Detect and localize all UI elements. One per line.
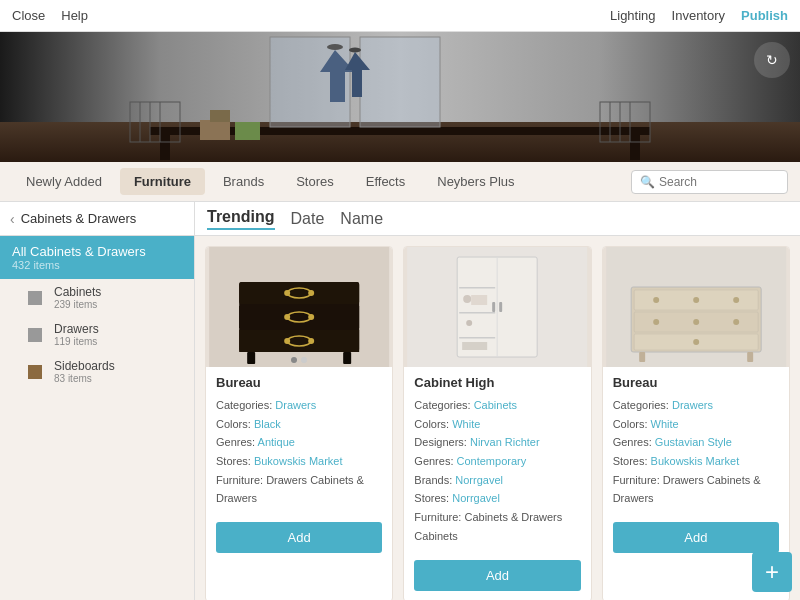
color-link[interactable]: White <box>651 418 679 430</box>
svg-point-31 <box>308 338 314 344</box>
sort-date[interactable]: Date <box>291 210 325 228</box>
drawers-label: Drawers <box>54 322 99 336</box>
genre-link[interactable]: Gustavian Style <box>655 436 732 448</box>
genre-link[interactable]: Antique <box>258 436 295 448</box>
svg-rect-20 <box>239 282 359 304</box>
sort-name[interactable]: Name <box>340 210 383 228</box>
product-dots <box>206 357 392 363</box>
main-area: All Cabinets & Drawers 432 items Cabinet… <box>0 236 800 600</box>
tab-newly-added[interactable]: Newly Added <box>12 168 116 195</box>
tab-furniture[interactable]: Furniture <box>120 168 205 195</box>
color-link[interactable]: White <box>452 418 480 430</box>
svg-point-54 <box>653 297 659 303</box>
svg-point-28 <box>308 314 314 320</box>
svg-point-25 <box>308 290 314 296</box>
svg-rect-44 <box>492 302 495 312</box>
svg-point-42 <box>466 320 472 326</box>
store-link[interactable]: Bukowskis Market <box>651 455 740 467</box>
tab-brands[interactable]: Brands <box>209 168 278 195</box>
sidebar-item-cabinets[interactable]: Cabinets 239 items <box>0 279 194 316</box>
cat-link[interactable]: Cabinets <box>474 399 517 411</box>
top-bar-right: Lighting Inventory Publish <box>610 8 788 23</box>
add-button-bureau-dark[interactable]: Add <box>216 522 382 553</box>
svg-rect-43 <box>462 342 487 350</box>
search-input[interactable] <box>659 175 779 189</box>
tab-stores[interactable]: Stores <box>282 168 348 195</box>
product-grid: Bureau Categories: Drawers Colors: Black… <box>195 236 800 600</box>
top-bar: Close Help Lighting Inventory Publish <box>0 0 800 32</box>
product-image-bureau-light <box>603 247 789 367</box>
dot-2 <box>301 357 307 363</box>
tab-effects[interactable]: Effects <box>352 168 420 195</box>
product-title: Cabinet High <box>414 375 580 390</box>
svg-rect-45 <box>499 302 502 312</box>
search-box: 🔍 <box>631 170 788 194</box>
product-card-cabinet-high: Cabinet High Categories: Cabinets Colors… <box>403 246 591 600</box>
dot-1 <box>291 357 297 363</box>
product-info-bureau-dark: Bureau Categories: Drawers Colors: Black… <box>206 367 392 516</box>
svg-rect-22 <box>239 330 359 352</box>
product-info-cabinet-high: Cabinet High Categories: Cabinets Colors… <box>404 367 590 554</box>
store-link[interactable]: Norrgavel <box>452 492 500 504</box>
top-bar-left: Close Help <box>12 8 88 23</box>
tab-bar: Newly Added Furniture Brands Stores Effe… <box>0 162 800 202</box>
svg-point-40 <box>463 295 471 303</box>
product-meta: Categories: Cabinets Colors: White Desig… <box>414 396 580 546</box>
svg-rect-39 <box>459 337 495 339</box>
sidebar-item-all[interactable]: All Cabinets & Drawers 432 items <box>0 236 194 279</box>
product-image-cabinet-high <box>404 247 590 367</box>
cabinets-icon <box>28 291 42 305</box>
add-button-bureau-light[interactable]: Add <box>613 522 779 553</box>
genre-link[interactable]: Contemporary <box>457 455 527 467</box>
close-button[interactable]: Close <box>12 8 45 23</box>
svg-point-56 <box>653 319 659 325</box>
store-link[interactable]: Bukowskis Market <box>254 455 343 467</box>
sidebar-item-all-label: All Cabinets & Drawers <box>12 244 182 259</box>
add-button-cabinet-high[interactable]: Add <box>414 560 580 591</box>
hero-wall <box>0 32 800 122</box>
cat-link[interactable]: Drawers <box>672 399 713 411</box>
publish-nav[interactable]: Publish <box>741 8 788 23</box>
product-card-bureau-light: Bureau Categories: Drawers Colors: White… <box>602 246 790 600</box>
product-image-bureau-dark <box>206 247 392 367</box>
svg-rect-38 <box>459 312 495 314</box>
sidebar-item-sideboards[interactable]: Sideboards 83 items <box>0 353 194 390</box>
svg-point-51 <box>693 297 699 303</box>
sort-trending[interactable]: Trending <box>207 208 275 230</box>
cabinets-label: Cabinets <box>54 285 101 299</box>
sidebar-item-drawers[interactable]: Drawers 119 items <box>0 316 194 353</box>
product-meta: Categories: Drawers Colors: Black Genres… <box>216 396 382 508</box>
svg-rect-58 <box>639 352 645 362</box>
help-button[interactable]: Help <box>61 8 88 23</box>
svg-rect-59 <box>747 352 753 362</box>
inventory-nav[interactable]: Inventory <box>672 8 725 23</box>
product-meta: Categories: Drawers Colors: White Genres… <box>613 396 779 508</box>
drawers-count: 119 items <box>54 336 99 347</box>
cabinets-count: 239 items <box>54 299 101 310</box>
designer-link[interactable]: Nirvan Richter <box>470 436 540 448</box>
sidebar-item-all-count: 432 items <box>12 259 182 271</box>
svg-point-30 <box>284 338 290 344</box>
svg-point-53 <box>693 339 699 345</box>
lighting-nav[interactable]: Lighting <box>610 8 656 23</box>
tab-neybers-plus[interactable]: Neybers Plus <box>423 168 528 195</box>
brand-link[interactable]: Norrgavel <box>455 474 503 486</box>
cat-link[interactable]: Drawers <box>275 399 316 411</box>
sort-bar: Trending Date Name <box>195 202 395 235</box>
drawers-icon <box>28 328 42 342</box>
sideboards-count: 83 items <box>54 373 115 384</box>
breadcrumb-label: Cabinets & Drawers <box>21 211 137 226</box>
sidebar-breadcrumb-header[interactable]: ‹ Cabinets & Drawers <box>0 202 195 235</box>
hero-action-button[interactable]: ↻ <box>754 42 790 78</box>
svg-rect-37 <box>459 287 495 289</box>
svg-point-24 <box>284 290 290 296</box>
plus-button[interactable]: + <box>752 552 792 592</box>
svg-point-52 <box>693 319 699 325</box>
sideboards-icon <box>28 365 42 379</box>
product-title: Bureau <box>216 375 382 390</box>
svg-point-57 <box>733 319 739 325</box>
sidebar: All Cabinets & Drawers 432 items Cabinet… <box>0 236 195 600</box>
svg-rect-41 <box>471 295 487 305</box>
svg-rect-21 <box>239 306 359 328</box>
color-link[interactable]: Black <box>254 418 281 430</box>
